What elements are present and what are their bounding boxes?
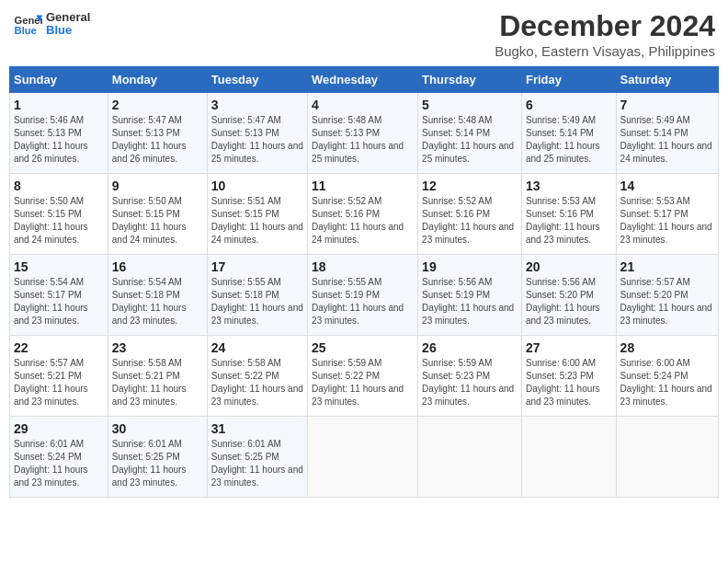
logo-text-general: General <box>46 11 90 24</box>
calendar-cell: 1 Sunrise: 5:46 AM Sunset: 5:13 PM Dayli… <box>10 93 108 174</box>
calendar-cell <box>418 417 522 498</box>
day-number: 24 <box>211 340 303 355</box>
logo-text-blue: Blue <box>46 24 90 37</box>
day-info: Sunrise: 5:49 AM Sunset: 5:14 PM Dayligh… <box>526 114 612 166</box>
calendar-cell: 23 Sunrise: 5:58 AM Sunset: 5:21 PM Dayl… <box>108 336 207 417</box>
day-number: 14 <box>620 178 714 193</box>
day-number: 8 <box>14 178 104 193</box>
location: Bugko, Eastern Visayas, Philippines <box>495 43 715 59</box>
logo: General Blue General Blue <box>13 9 90 39</box>
day-info: Sunrise: 5:58 AM Sunset: 5:21 PM Dayligh… <box>112 357 203 408</box>
day-number: 1 <box>14 98 104 112</box>
day-info: Sunrise: 5:59 AM Sunset: 5:23 PM Dayligh… <box>422 357 518 408</box>
day-info: Sunrise: 5:54 AM Sunset: 5:17 PM Dayligh… <box>14 276 104 327</box>
day-number: 17 <box>211 259 303 274</box>
day-info: Sunrise: 5:50 AM Sunset: 5:15 PM Dayligh… <box>112 195 203 247</box>
calendar-week-row: 15 Sunrise: 5:54 AM Sunset: 5:17 PM Dayl… <box>10 255 719 336</box>
calendar-cell: 27 Sunrise: 6:00 AM Sunset: 5:23 PM Dayl… <box>521 336 616 417</box>
calendar-table: Sunday Monday Tuesday Wednesday Thursday… <box>9 66 719 498</box>
calendar-week-row: 8 Sunrise: 5:50 AM Sunset: 5:15 PM Dayli… <box>10 174 719 255</box>
calendar-cell: 26 Sunrise: 5:59 AM Sunset: 5:23 PM Dayl… <box>418 336 522 417</box>
calendar-cell: 25 Sunrise: 5:59 AM Sunset: 5:22 PM Dayl… <box>308 336 418 417</box>
col-tuesday: Tuesday <box>207 67 307 93</box>
calendar-cell: 24 Sunrise: 5:58 AM Sunset: 5:22 PM Dayl… <box>207 336 307 417</box>
logo-icon: General Blue <box>13 9 42 39</box>
day-info: Sunrise: 5:52 AM Sunset: 5:16 PM Dayligh… <box>422 195 518 247</box>
col-sunday: Sunday <box>10 67 108 93</box>
day-number: 27 <box>526 340 612 355</box>
calendar-cell: 29 Sunrise: 6:01 AM Sunset: 5:24 PM Dayl… <box>10 417 108 498</box>
day-number: 22 <box>14 340 104 355</box>
calendar-cell: 12 Sunrise: 5:52 AM Sunset: 5:16 PM Dayl… <box>418 174 522 255</box>
calendar-cell: 8 Sunrise: 5:50 AM Sunset: 5:15 PM Dayli… <box>10 174 108 255</box>
calendar-cell: 14 Sunrise: 5:53 AM Sunset: 5:17 PM Dayl… <box>616 174 718 255</box>
calendar-cell: 9 Sunrise: 5:50 AM Sunset: 5:15 PM Dayli… <box>108 174 207 255</box>
day-number: 23 <box>112 340 203 355</box>
day-info: Sunrise: 6:01 AM Sunset: 5:24 PM Dayligh… <box>14 438 104 489</box>
day-info: Sunrise: 5:50 AM Sunset: 5:15 PM Dayligh… <box>14 195 104 247</box>
day-number: 30 <box>112 421 203 436</box>
calendar-cell: 17 Sunrise: 5:55 AM Sunset: 5:18 PM Dayl… <box>207 255 307 336</box>
day-info: Sunrise: 5:57 AM Sunset: 5:21 PM Dayligh… <box>14 357 104 408</box>
day-info: Sunrise: 5:53 AM Sunset: 5:17 PM Dayligh… <box>620 195 714 247</box>
calendar-cell: 10 Sunrise: 5:51 AM Sunset: 5:15 PM Dayl… <box>207 174 307 255</box>
day-number: 28 <box>620 340 714 355</box>
day-number: 9 <box>112 178 203 193</box>
day-info: Sunrise: 5:57 AM Sunset: 5:20 PM Dayligh… <box>620 276 714 327</box>
col-friday: Friday <box>521 67 616 93</box>
day-number: 19 <box>422 259 518 274</box>
calendar-cell: 2 Sunrise: 5:47 AM Sunset: 5:13 PM Dayli… <box>108 93 207 174</box>
svg-text:Blue: Blue <box>15 25 37 36</box>
calendar-week-row: 1 Sunrise: 5:46 AM Sunset: 5:13 PM Dayli… <box>10 93 719 174</box>
calendar-cell: 7 Sunrise: 5:49 AM Sunset: 5:14 PM Dayli… <box>616 93 718 174</box>
day-info: Sunrise: 5:48 AM Sunset: 5:14 PM Dayligh… <box>422 114 518 166</box>
calendar-cell: 30 Sunrise: 6:01 AM Sunset: 5:25 PM Dayl… <box>108 417 207 498</box>
day-info: Sunrise: 5:56 AM Sunset: 5:20 PM Dayligh… <box>526 276 612 327</box>
col-thursday: Thursday <box>418 67 522 93</box>
day-info: Sunrise: 5:59 AM Sunset: 5:22 PM Dayligh… <box>312 357 414 408</box>
day-number: 31 <box>211 421 303 436</box>
day-info: Sunrise: 5:48 AM Sunset: 5:13 PM Dayligh… <box>312 114 414 166</box>
day-number: 26 <box>422 340 518 355</box>
calendar-cell: 22 Sunrise: 5:57 AM Sunset: 5:21 PM Dayl… <box>10 336 108 417</box>
day-number: 2 <box>112 98 203 112</box>
day-info: Sunrise: 5:47 AM Sunset: 5:13 PM Dayligh… <box>112 114 203 166</box>
day-info: Sunrise: 6:00 AM Sunset: 5:23 PM Dayligh… <box>526 357 612 408</box>
day-number: 5 <box>422 98 518 112</box>
day-info: Sunrise: 5:49 AM Sunset: 5:14 PM Dayligh… <box>620 114 714 166</box>
day-number: 25 <box>312 340 414 355</box>
day-info: Sunrise: 5:58 AM Sunset: 5:22 PM Dayligh… <box>211 357 303 408</box>
calendar-cell: 16 Sunrise: 5:54 AM Sunset: 5:18 PM Dayl… <box>108 255 207 336</box>
calendar-week-row: 22 Sunrise: 5:57 AM Sunset: 5:21 PM Dayl… <box>10 336 719 417</box>
page-header: General Blue General Blue December 2024 … <box>9 9 719 59</box>
day-info: Sunrise: 5:54 AM Sunset: 5:18 PM Dayligh… <box>112 276 203 327</box>
day-number: 7 <box>620 98 714 112</box>
calendar-cell: 20 Sunrise: 5:56 AM Sunset: 5:20 PM Dayl… <box>521 255 616 336</box>
calendar-cell: 19 Sunrise: 5:56 AM Sunset: 5:19 PM Dayl… <box>418 255 522 336</box>
day-number: 20 <box>526 259 612 274</box>
day-info: Sunrise: 5:56 AM Sunset: 5:19 PM Dayligh… <box>422 276 518 327</box>
day-info: Sunrise: 5:55 AM Sunset: 5:18 PM Dayligh… <box>211 276 303 327</box>
day-number: 3 <box>211 98 303 112</box>
day-number: 16 <box>112 259 203 274</box>
day-info: Sunrise: 5:55 AM Sunset: 5:19 PM Dayligh… <box>312 276 414 327</box>
title-block: December 2024 Bugko, Eastern Visayas, Ph… <box>495 9 715 59</box>
calendar-cell: 21 Sunrise: 5:57 AM Sunset: 5:20 PM Dayl… <box>616 255 718 336</box>
calendar-cell: 31 Sunrise: 6:01 AM Sunset: 5:25 PM Dayl… <box>207 417 307 498</box>
calendar-cell: 15 Sunrise: 5:54 AM Sunset: 5:17 PM Dayl… <box>10 255 108 336</box>
calendar-cell: 13 Sunrise: 5:53 AM Sunset: 5:16 PM Dayl… <box>521 174 616 255</box>
col-monday: Monday <box>108 67 207 93</box>
calendar-cell: 3 Sunrise: 5:47 AM Sunset: 5:13 PM Dayli… <box>207 93 307 174</box>
day-number: 12 <box>422 178 518 193</box>
calendar-cell <box>521 417 616 498</box>
day-info: Sunrise: 6:00 AM Sunset: 5:24 PM Dayligh… <box>620 357 714 408</box>
day-number: 21 <box>620 259 714 274</box>
day-number: 15 <box>14 259 104 274</box>
day-info: Sunrise: 5:47 AM Sunset: 5:13 PM Dayligh… <box>211 114 303 166</box>
day-number: 10 <box>211 178 303 193</box>
calendar-cell: 4 Sunrise: 5:48 AM Sunset: 5:13 PM Dayli… <box>308 93 418 174</box>
col-saturday: Saturday <box>616 67 718 93</box>
day-info: Sunrise: 5:46 AM Sunset: 5:13 PM Dayligh… <box>14 114 104 166</box>
calendar-cell: 18 Sunrise: 5:55 AM Sunset: 5:19 PM Dayl… <box>308 255 418 336</box>
calendar-cell <box>308 417 418 498</box>
